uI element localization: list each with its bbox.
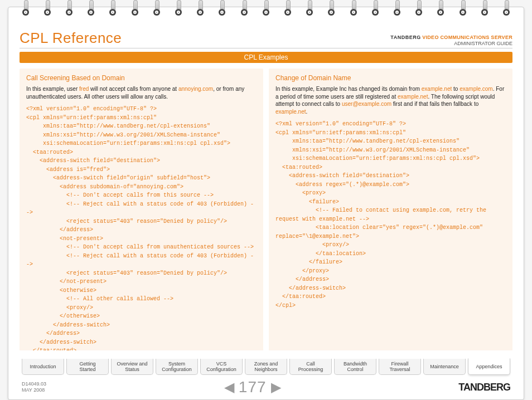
tab-zones-and-neighbors[interactable]: Zones andNeighbors bbox=[245, 359, 287, 375]
tab-introduction[interactable]: Introduction bbox=[22, 359, 64, 375]
right-code-block: <?xml version="1.0" encoding="UTF-8" ?> … bbox=[275, 120, 506, 310]
page: CPL Reference TANDBERG VIDEO COMMUNICATI… bbox=[8, 7, 524, 400]
content-area: CPL Reference TANDBERG VIDEO COMMUNICATI… bbox=[8, 22, 524, 350]
left-column: Call Screening Based on Domain In this e… bbox=[20, 69, 263, 350]
tab-bandwidth-control[interactable]: BandwidthControl bbox=[334, 359, 376, 375]
product-name: VIDEO COMMUNICATIONS SERVER bbox=[422, 35, 512, 40]
tab-system-configuration[interactable]: SystemConfiguration bbox=[156, 359, 198, 375]
left-heading: Call Screening Based on Domain bbox=[26, 74, 257, 82]
brand-name: TANDBERG bbox=[390, 35, 420, 40]
tab-getting-started[interactable]: GettingStarted bbox=[66, 359, 109, 375]
doc-date: MAY 2008 bbox=[22, 387, 46, 393]
right-column: Change of Domain Name In this example, E… bbox=[269, 69, 512, 350]
pager: ◀ 177 ▶ bbox=[224, 378, 281, 396]
columns: Call Screening Based on Domain In this e… bbox=[20, 69, 512, 350]
tab-call-processing[interactable]: CallProcessing bbox=[289, 359, 332, 375]
page-title: CPL Reference bbox=[20, 30, 122, 47]
doc-id: D14049.03 bbox=[22, 381, 46, 387]
tab-firewall-traversal[interactable]: FirewallTraversal bbox=[379, 359, 421, 375]
tab-maintenance[interactable]: Maintenance bbox=[423, 359, 466, 375]
header-row: CPL Reference TANDBERG VIDEO COMMUNICATI… bbox=[20, 30, 512, 48]
footer-left: D14049.03 MAY 2008 bbox=[22, 381, 46, 393]
left-intro: In this example, user fred will not acce… bbox=[26, 85, 257, 100]
section-bar: CPL Examples bbox=[20, 52, 512, 63]
tab-overview-and-status[interactable]: Overview andStatus bbox=[111, 359, 153, 375]
left-code-block: <?xml version="1.0" encoding="UTF-8" ?> … bbox=[26, 105, 257, 350]
right-heading: Change of Domain Name bbox=[275, 74, 506, 82]
right-intro: In this example, Example Inc has changed… bbox=[275, 85, 506, 115]
doc-subtitle: ADMINISTRATOR GUIDE bbox=[390, 41, 512, 47]
tandberg-logo: TANDBERG bbox=[458, 382, 510, 393]
tab-bar: IntroductionGettingStartedOverview andSt… bbox=[22, 359, 510, 375]
prev-page-arrow[interactable]: ◀ bbox=[224, 379, 234, 395]
tab-vcs-configuration[interactable]: VCSConfiguration bbox=[200, 359, 243, 375]
next-page-arrow[interactable]: ▶ bbox=[271, 379, 281, 395]
tab-appendices[interactable]: Appendices bbox=[468, 358, 510, 375]
footer: D14049.03 MAY 2008 ◀ 177 ▶ TANDBERG bbox=[22, 378, 510, 396]
page-number: 177 bbox=[239, 378, 267, 396]
header-right: TANDBERG VIDEO COMMUNICATIONS SERVER ADM… bbox=[390, 35, 512, 47]
